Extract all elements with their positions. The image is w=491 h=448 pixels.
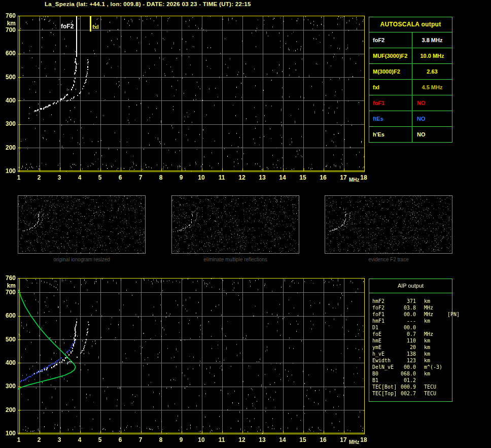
aip-row: foF100.0MHz[PN] xyxy=(372,311,452,318)
autoscala-row-label: M(3000)F2 xyxy=(369,64,412,79)
y-axis-tick-label: 700 xyxy=(0,26,16,33)
x-axis-tick-label: 1 xyxy=(9,174,29,181)
thumbnail-evidence-f2 xyxy=(325,195,452,254)
aip-row: Ewidth123km xyxy=(372,357,452,364)
x-axis-tick-label: 6 xyxy=(110,174,130,181)
autoscala-row-value: 4.5 MHz xyxy=(412,80,452,95)
aip-row-value: 068.0 xyxy=(400,370,416,377)
aip-row-label: foF1 xyxy=(372,311,400,318)
autoscala-row-label: fxI xyxy=(369,80,412,95)
x-axis-tick-label: 11 xyxy=(212,436,232,443)
x-axis-tick-label: 13 xyxy=(252,174,272,181)
autoscala-row-label: ftEs xyxy=(369,111,412,126)
x-axis-tick-label: 10 xyxy=(191,436,212,443)
aip-row-value: 0.7 xyxy=(400,331,416,337)
aip-row: ymE20km xyxy=(372,344,452,351)
aip-panel: AIP output hmF2371kmfoF203.8MHzfoF100.0M… xyxy=(369,279,452,402)
y-axis-tick-label: 760 xyxy=(0,274,16,282)
aip-row-label: TEC[Bot] xyxy=(372,384,400,390)
autoscala-row-label: foF1 xyxy=(369,95,412,111)
thumbnail-caption: original ionogram resized xyxy=(18,257,146,262)
aip-row-value: 138 xyxy=(400,351,416,357)
x-axis-tick-label: 12 xyxy=(232,174,252,181)
x-axis-tick-label: 16 xyxy=(313,174,333,181)
autoscala-row-label: foF2 xyxy=(369,32,412,48)
aip-row-label: foE xyxy=(372,331,400,337)
aip-row-value: 00.0 xyxy=(400,311,416,318)
x-axis-tick-label: 8 xyxy=(151,174,171,181)
autoscala-row: M(3000)F22.63 xyxy=(369,64,452,80)
x-axis-tick-label: 4 xyxy=(69,174,90,181)
aip-row-label: D1 xyxy=(372,324,400,331)
y-axis-tick-label: 200 xyxy=(0,144,16,151)
x-axis-tick-label: 9 xyxy=(171,436,191,443)
x-axis-tick-label: 11 xyxy=(212,174,232,181)
aip-row-label: h_vE xyxy=(372,351,400,357)
x-axis-tick-label: 3 xyxy=(49,436,69,443)
aip-row: h_vE138km xyxy=(372,351,452,357)
x-axis-tick-label: 7 xyxy=(130,174,151,181)
aip-row-unit: MHz xyxy=(424,304,447,311)
aip-row-value: 00.0 xyxy=(400,324,416,331)
y-axis-tick-label: km xyxy=(0,282,16,289)
aip-row-label: hmE xyxy=(372,337,400,344)
aip-row-value: 123 xyxy=(400,357,416,364)
x-axis-tick-label: 13 xyxy=(252,436,272,443)
x-axis-tick-label: 4 xyxy=(69,436,90,443)
aip-row: DelN_vE00.0m^(-3) xyxy=(372,364,452,370)
y-axis-tick-label: 760 xyxy=(0,12,16,19)
thumbnail-caption: eliminate multiple reflections xyxy=(171,257,299,262)
aip-row-unit: MHz xyxy=(424,311,447,318)
autoscala-row-value: 2.63 xyxy=(412,64,452,79)
aip-row-value: --- xyxy=(400,318,416,324)
x-axis-tick-label: 2 xyxy=(29,174,49,181)
aip-row-unit: km xyxy=(424,318,447,324)
x-axis-tick-label: 18 xyxy=(354,174,374,181)
x-axis-tick-label: 1 xyxy=(9,436,29,443)
aip-row-unit: km xyxy=(424,337,447,344)
aip-row-label: foF2 xyxy=(372,304,400,311)
aip-row-value: 002.7 xyxy=(400,390,416,397)
x-axis-tick-label: 10 xyxy=(191,174,212,181)
y-axis-tick-label: 700 xyxy=(0,289,16,296)
y-axis-tick-label: km xyxy=(0,20,16,27)
aip-row-label: DelN_vE xyxy=(372,364,400,370)
x-axis-tick-label: 6 xyxy=(110,436,130,443)
aip-row-unit: km xyxy=(424,357,447,364)
aip-row: B101.2 xyxy=(372,377,452,384)
page-title: La_Spezia (lat: +44.1 , lon: 009.8) - DA… xyxy=(45,1,251,7)
aip-row: hmF2371km xyxy=(372,298,452,304)
autoscala-row-value: 10.0 MHz xyxy=(412,48,452,63)
thumbnail-canvas xyxy=(172,196,299,253)
fof2-marker-label: foF2 xyxy=(61,23,74,30)
autoscala-rows: foF23.8 MHzMUF(3000)F210.0 MHzM(3000)F22… xyxy=(369,32,452,142)
x-axis-tick-label: 5 xyxy=(90,436,110,443)
autoscala-row: MUF(3000)F210.0 MHz xyxy=(369,48,452,64)
x-axis-unit-label: MHz xyxy=(349,177,360,183)
autoscala-header: AUTOSCALA output xyxy=(369,17,452,32)
aip-row-label: TEC[Top] xyxy=(372,390,400,397)
aip-row: B0068.0km xyxy=(372,370,452,377)
aip-row: foE0.7MHz xyxy=(372,331,452,337)
y-axis-tick-label: 400 xyxy=(0,97,16,104)
x-axis-tick-label: 12 xyxy=(232,436,252,443)
x-axis-tick-label: 16 xyxy=(313,436,333,443)
y-axis-tick-label: 400 xyxy=(0,359,16,366)
x-axis-tick-label: 15 xyxy=(293,436,313,443)
y-axis-tick-label: 500 xyxy=(0,74,16,81)
y-axis-tick-label: 100 xyxy=(0,167,16,175)
x-axis-tick-label: 2 xyxy=(29,436,49,443)
aip-row-extra: [PN] xyxy=(447,311,460,318)
aip-row-label: ymE xyxy=(372,344,400,351)
y-axis-tick-label: 500 xyxy=(0,336,16,343)
aip-row-unit: km xyxy=(424,298,447,304)
autoscala-panel: AUTOSCALA output foF23.8 MHzMUF(3000)F21… xyxy=(369,17,452,143)
x-axis-tick-label: 15 xyxy=(293,174,313,181)
top-ionogram-canvas xyxy=(18,16,364,171)
y-axis-tick-label: 600 xyxy=(0,312,16,319)
aip-row-value: 00.0 xyxy=(400,364,416,370)
autoscala-row-label: h'Es xyxy=(369,127,412,142)
x-axis-tick-label: 17 xyxy=(333,436,354,443)
aip-row-unit: km xyxy=(424,351,447,357)
aip-row: hmE110km xyxy=(372,337,452,344)
